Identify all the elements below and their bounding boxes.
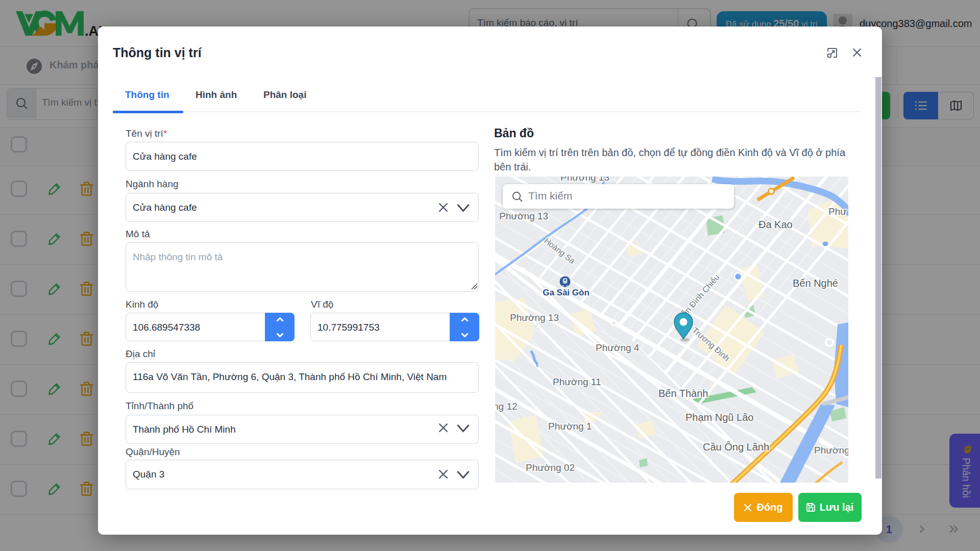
svg-text:Cầu Ông Lãnh: Cầu Ông Lãnh (703, 441, 769, 453)
svg-text:Phường 11: Phường 11 (553, 377, 601, 387)
svg-text:Phường 4: Phường 4 (596, 342, 640, 353)
svg-text:Phường 02: Phường 02 (526, 462, 575, 473)
svg-text:Phường 13: Phường 13 (499, 211, 548, 221)
svg-text:Bến Thành: Bến Thành (658, 388, 708, 399)
svg-text:Phư: Phư (828, 206, 847, 217)
svg-text:Bến Nghé: Bến Nghé (793, 278, 838, 289)
svg-text:ng 12: ng 12 (495, 401, 518, 412)
svg-text:Phường 1: Phường 1 (548, 421, 592, 432)
svg-text:Phường 13: Phường 13 (560, 177, 609, 183)
svg-text:Đa Kao: Đa Kao (758, 219, 793, 230)
svg-text:Phường: Phường (814, 445, 848, 456)
svg-text:Phạm Ngũ Lão: Phạm Ngũ Lão (685, 412, 753, 423)
svg-text:Ga Sài Gòn: Ga Sài Gòn (543, 288, 590, 297)
svg-text:Phường 13: Phường 13 (510, 312, 559, 323)
